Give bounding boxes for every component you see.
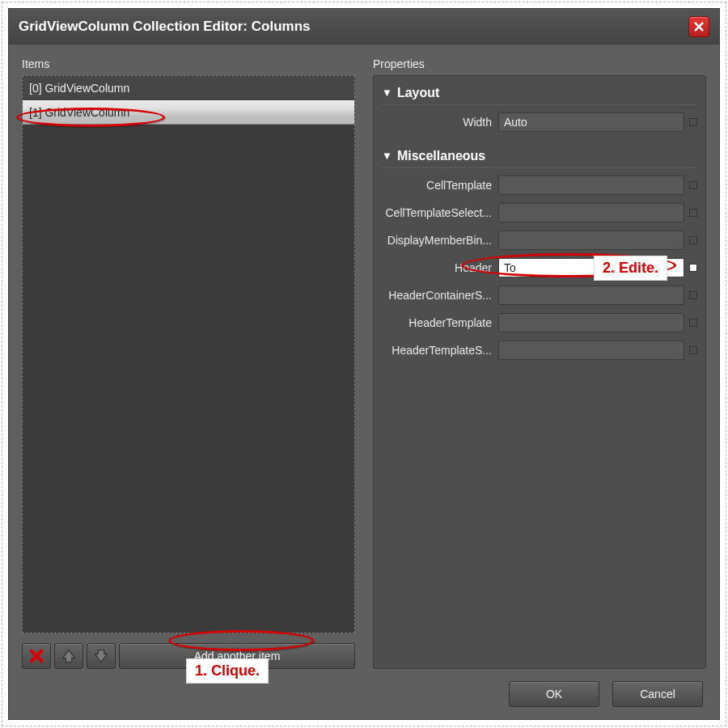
prop-label: CellTemplateSelect... [382,206,498,219]
prop-row-celltemplateselector: CellTemplateSelect... [382,199,697,226]
property-marker[interactable] [689,264,697,272]
section-misc-header[interactable]: ▼ Miscellaneous [382,144,697,168]
ok-button[interactable]: OK [509,681,599,707]
property-marker[interactable] [689,118,697,126]
property-marker[interactable] [689,181,697,189]
property-marker[interactable] [689,346,697,354]
close-icon [693,21,705,32]
dialog-title: GridViewColumn Collection Editor: Column… [19,19,688,35]
property-marker[interactable] [689,291,697,299]
prop-label: Header [382,261,498,274]
headercontainerstyle-field[interactable] [498,286,684,305]
prop-label: CellTemplate [382,179,498,192]
list-item-label: [1] GridViewColumn [29,106,129,119]
celltemplateselector-field[interactable] [498,203,684,222]
prop-row-headercontainerstyle: HeaderContainerS... [382,281,697,309]
cancel-button[interactable]: Cancel [612,681,703,707]
headertemplateselector-field[interactable] [498,341,684,360]
annotation-step2: 2. Edite. [594,256,667,281]
prop-row-width: Width Auto [382,108,697,136]
close-button[interactable] [688,16,709,37]
prop-label: HeaderContainerS... [382,289,498,302]
properties-label: Properties [373,57,706,70]
displaymemberbinding-field[interactable] [498,231,684,250]
move-up-button[interactable] [54,643,83,669]
celltemplate-field[interactable] [498,176,684,195]
titlebar: GridViewColumn Collection Editor: Column… [9,9,719,44]
items-list[interactable]: [0] GridViewColumn [1] GridViewColumn [22,75,355,633]
section-title: Layout [397,86,439,100]
properties-panel: ▼ Layout Width Auto ▼ Miscellaneous Cell… [373,75,706,669]
width-field[interactable]: Auto [498,112,684,132]
expand-icon: ▼ [382,87,392,99]
x-icon [28,648,44,664]
prop-label: HeaderTemplate [382,316,498,329]
expand-icon: ▼ [382,150,392,162]
section-layout-header[interactable]: ▼ Layout [382,81,697,105]
prop-label: DisplayMemberBin... [382,234,498,247]
arrow-up-icon [61,648,77,664]
prop-label: HeaderTemplateS... [382,344,498,357]
list-item[interactable]: [1] GridViewColumn [23,100,354,125]
prop-row-headertemplate: HeaderTemplate [382,309,697,336]
arrow-down-icon [93,648,109,664]
prop-label: Width [382,116,498,129]
collection-editor-dialog: GridViewColumn Collection Editor: Column… [8,8,720,720]
property-marker[interactable] [689,236,697,244]
property-marker[interactable] [689,209,697,217]
delete-item-button[interactable] [22,643,51,669]
list-item[interactable]: [0] GridViewColumn [23,76,354,100]
items-label: Items [22,57,355,70]
prop-row-headertemplateselector: HeaderTemplateS... [382,336,697,364]
headertemplate-field[interactable] [498,313,684,332]
section-title: Miscellaneous [397,149,485,163]
prop-row-displaymemberbinding: DisplayMemberBin... [382,226,697,254]
dialog-footer: OK Cancel [9,669,719,719]
prop-row-celltemplate: CellTemplate [382,171,697,199]
move-down-button[interactable] [87,643,116,669]
property-marker[interactable] [689,319,697,327]
annotation-step1: 1. Clique. [186,658,269,684]
list-item-label: [0] GridViewColumn [29,82,129,95]
